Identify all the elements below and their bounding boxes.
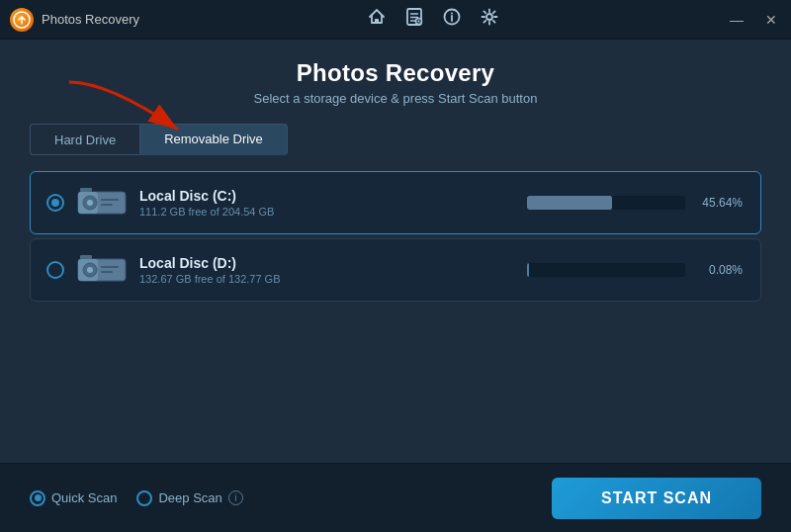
drive-pct-c: 45.64% (695, 196, 743, 210)
quick-scan-label: Quick Scan (51, 490, 117, 505)
drive-icon-c (76, 184, 128, 222)
info-icon[interactable] (442, 7, 462, 32)
svg-rect-19 (101, 204, 113, 206)
drive-radio-c[interactable] (46, 194, 64, 212)
drive-space-d: 132.67 GB free of 132.77 GB (139, 273, 515, 285)
drive-list: Local Disc (C:) 111.2 GB free of 204.54 … (30, 171, 761, 302)
quick-scan-option[interactable]: Quick Scan (30, 490, 117, 506)
minimize-button[interactable]: — (726, 10, 747, 30)
drive-radio-d[interactable] (46, 261, 64, 279)
drive-info-d: Local Disc (D:) 132.67 GB free of 132.77… (139, 255, 515, 285)
drive-icon-d (76, 251, 128, 289)
app-icon (10, 8, 34, 32)
settings-icon[interactable] (480, 7, 499, 32)
close-button[interactable]: ✕ (761, 10, 781, 30)
drive-bar-area-c: 45.64% (527, 196, 745, 210)
svg-rect-26 (101, 271, 113, 273)
deep-scan-info-icon[interactable]: i (228, 490, 243, 505)
drive-bar-fill-d (527, 263, 529, 277)
scan-history-icon[interactable] (404, 7, 424, 32)
page-header: Photos Recovery Select a storage device … (30, 40, 761, 124)
svg-point-24 (87, 267, 93, 273)
start-scan-button[interactable]: START SCAN (552, 478, 761, 519)
drive-bar-fill-c (527, 196, 612, 210)
tab-hard-drive[interactable]: Hard Drive (30, 124, 139, 155)
svg-point-12 (486, 14, 492, 20)
page-title: Photos Recovery (30, 59, 761, 87)
bottom-bar: Quick Scan Deep Scan i START SCAN (0, 463, 791, 532)
title-bar: Photos Recovery (0, 0, 791, 40)
scan-options: Quick Scan Deep Scan i (30, 490, 243, 506)
deep-scan-label: Deep Scan (158, 490, 221, 505)
title-bar-nav (367, 7, 499, 32)
drive-name-c: Local Disc (C:) (139, 188, 515, 204)
svg-point-17 (87, 200, 93, 206)
main-content: Photos Recovery Select a storage device … (0, 40, 791, 463)
svg-rect-27 (80, 255, 92, 259)
drive-info-c: Local Disc (C:) 111.2 GB free of 204.54 … (139, 188, 515, 218)
drive-bar-area-d: 0.08% (527, 263, 745, 277)
app-title: Photos Recovery (42, 12, 139, 27)
tabs-row: Hard Drive Removable Drive (30, 124, 761, 155)
svg-rect-18 (101, 199, 119, 201)
quick-scan-radio[interactable] (30, 490, 45, 506)
page-subtitle: Select a storage device & press Start Sc… (30, 91, 761, 106)
drive-item-d[interactable]: Local Disc (D:) 132.67 GB free of 132.77… (30, 238, 761, 302)
drive-bar-c (527, 196, 685, 210)
drive-name-d: Local Disc (D:) (139, 255, 515, 271)
tabs-section: Hard Drive Removable Drive (30, 124, 761, 155)
title-bar-left: Photos Recovery (10, 8, 139, 32)
svg-point-11 (451, 13, 453, 15)
svg-rect-1 (375, 19, 379, 23)
drive-pct-d: 0.08% (695, 263, 743, 277)
tab-removable-drive[interactable]: Removable Drive (139, 124, 288, 155)
drive-item-c[interactable]: Local Disc (C:) 111.2 GB free of 204.54 … (30, 171, 761, 234)
deep-scan-option[interactable]: Deep Scan i (136, 490, 242, 506)
deep-scan-radio[interactable] (136, 490, 152, 506)
home-icon[interactable] (367, 7, 387, 32)
svg-rect-25 (101, 266, 119, 268)
svg-rect-20 (80, 188, 92, 192)
drive-space-c: 111.2 GB free of 204.54 GB (139, 206, 515, 218)
drive-bar-d (527, 263, 685, 277)
window-controls: — ✕ (726, 10, 781, 30)
